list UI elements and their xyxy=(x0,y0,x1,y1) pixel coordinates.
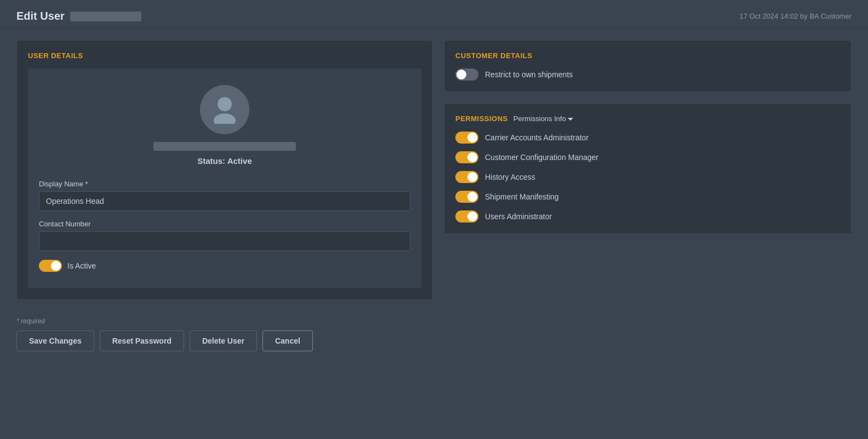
page-body: USER DETAILS Status: Active Display Name… xyxy=(0,29,868,311)
permission-row: History Access xyxy=(455,171,840,183)
required-note: * required xyxy=(16,317,852,325)
right-panels: CUSTOMER DETAILS Restrict to own shipmen… xyxy=(444,40,852,300)
avatar xyxy=(200,85,249,134)
customer-config-toggle[interactable] xyxy=(455,151,478,163)
carrier-accounts-toggle[interactable] xyxy=(455,132,478,144)
permission-row: Customer Configuration Manager xyxy=(455,151,840,163)
cancel-button[interactable]: Cancel xyxy=(262,330,313,351)
user-form: Display Name * Contact Number Is Active xyxy=(39,180,410,272)
footer: * required Save Changes Reset Password D… xyxy=(0,311,868,362)
shipment-manifesting-label: Shipment Manifesting xyxy=(485,192,559,201)
permission-row: Shipment Manifesting xyxy=(455,191,840,203)
user-details-inner: Status: Active Display Name * Contact Nu… xyxy=(28,69,421,288)
users-administrator-label: Users Administrator xyxy=(485,212,552,221)
page-meta: 17 Oct 2024 14:02 by BA Customer xyxy=(739,12,852,20)
user-avatar-icon xyxy=(209,93,240,126)
user-details-title: USER DETAILS xyxy=(28,52,421,60)
restrict-label: Restrict to own shipments xyxy=(485,70,573,79)
customer-details-title: CUSTOMER DETAILS xyxy=(455,52,840,60)
restrict-toggle[interactable] xyxy=(455,69,478,81)
history-access-label: History Access xyxy=(485,173,535,181)
user-name-redacted xyxy=(153,142,296,151)
delete-user-button[interactable]: Delete User xyxy=(190,330,257,351)
permissions-panel: PERMISSIONS Permissions Info Carrier Acc… xyxy=(444,103,852,234)
footer-buttons: Save Changes Reset Password Delete User … xyxy=(16,330,852,351)
permission-row: Carrier Accounts Administrator xyxy=(455,132,840,144)
svg-point-0 xyxy=(218,97,232,111)
contact-number-group: Contact Number xyxy=(39,220,410,251)
user-status: Status: Active xyxy=(197,156,252,166)
display-name-label: Display Name * xyxy=(39,180,410,188)
permissions-list: Carrier Accounts Administrator Customer … xyxy=(455,132,840,223)
is-active-row: Is Active xyxy=(39,260,410,272)
title-redacted-bar xyxy=(70,12,141,21)
users-administrator-toggle[interactable] xyxy=(455,210,478,223)
customer-config-label: Customer Configuration Manager xyxy=(485,153,598,162)
user-details-panel: USER DETAILS Status: Active Display Name… xyxy=(16,40,433,300)
contact-number-input[interactable] xyxy=(39,231,410,251)
display-name-group: Display Name * xyxy=(39,180,410,211)
permissions-info-label: Permissions Info xyxy=(513,115,566,123)
is-active-label: Is Active xyxy=(67,261,96,270)
restrict-row: Restrict to own shipments xyxy=(455,69,840,81)
permissions-title: PERMISSIONS xyxy=(455,115,508,123)
save-changes-button[interactable]: Save Changes xyxy=(16,330,94,351)
is-active-toggle[interactable] xyxy=(39,260,62,272)
page-header: Edit User 17 Oct 2024 14:02 by BA Custom… xyxy=(0,0,868,28)
history-access-toggle[interactable] xyxy=(455,171,478,183)
carrier-accounts-label: Carrier Accounts Administrator xyxy=(485,133,589,142)
chevron-down-icon xyxy=(568,118,573,121)
shipment-manifesting-toggle[interactable] xyxy=(455,191,478,203)
title-text: Edit User xyxy=(16,10,65,22)
permissions-info-link[interactable]: Permissions Info xyxy=(513,115,573,123)
customer-details-panel: CUSTOMER DETAILS Restrict to own shipmen… xyxy=(444,40,852,92)
reset-password-button[interactable]: Reset Password xyxy=(100,330,184,351)
display-name-input[interactable] xyxy=(39,191,410,211)
page-title: Edit User xyxy=(16,10,141,22)
svg-point-1 xyxy=(214,113,236,124)
permission-row: Users Administrator xyxy=(455,210,840,223)
contact-number-label: Contact Number xyxy=(39,220,410,228)
permissions-header: PERMISSIONS Permissions Info xyxy=(455,115,840,123)
